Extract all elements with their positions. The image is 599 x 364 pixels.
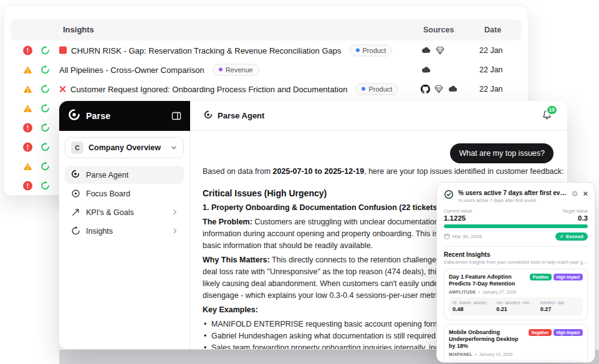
refresh-icon bbox=[41, 181, 50, 190]
refresh-icon bbox=[41, 84, 50, 93]
screen: Insights Sources Date !CHURN RISK - Gap:… bbox=[0, 0, 599, 364]
chevron-down-icon bbox=[170, 144, 178, 151]
insight-source: AMPLITUDE•January 27, 2026 bbox=[449, 290, 583, 294]
notifications-button[interactable]: 10 bbox=[542, 109, 552, 123]
sidebar-nav: Parse AgentFocus BoardKPI's & GoalsInsig… bbox=[65, 166, 184, 240]
metric: d1_feature_adopters_retention0.48 bbox=[453, 300, 491, 312]
sentiment-badge: Positive bbox=[530, 274, 552, 280]
company-name: Company Overview bbox=[89, 143, 161, 152]
goal-check-icon bbox=[444, 189, 454, 202]
sidebar-header: Parse bbox=[59, 101, 190, 131]
salesforce-icon bbox=[448, 85, 458, 93]
parse-agent-icon bbox=[71, 170, 80, 181]
page-title: Parse Agent bbox=[218, 111, 264, 120]
github-icon bbox=[421, 84, 430, 93]
insight-row[interactable]: All Pipelines - Cross-Owner ComparisonRe… bbox=[4, 60, 528, 79]
kpi-stats: Current Value 1.1225 Target Value 0.3 bbox=[444, 208, 588, 222]
sidebar-item-insights[interactable]: Insights bbox=[65, 222, 184, 240]
refresh-icon bbox=[41, 161, 50, 171]
kpi-detail-card: % users active 7 days after first event … bbox=[436, 182, 595, 363]
metric: non_adopters_retention0.21 bbox=[496, 300, 535, 312]
sidebar-item-label: Parse Agent bbox=[86, 171, 128, 180]
refresh-icon bbox=[41, 103, 50, 113]
impact-badge: High Impact bbox=[553, 274, 583, 280]
target-value-label: Target Value bbox=[562, 208, 588, 214]
current-value-label: Current Value bbox=[444, 208, 472, 214]
insight-metrics: d1_feature_adopters_retention0.48non_ado… bbox=[449, 297, 583, 315]
parse-logo-icon bbox=[68, 108, 80, 123]
gear-icon[interactable]: ⚙ bbox=[572, 190, 578, 198]
alert-error-icon: ! bbox=[23, 142, 32, 151]
kpi-target-date: Mar 30, 2026 bbox=[444, 233, 482, 241]
kpi-insight-list: Day 1 Feature Adoption Predicts 7-Day Re… bbox=[444, 269, 588, 363]
column-header-sources: Sources bbox=[423, 26, 454, 34]
status-badge: ✓ Exceed bbox=[555, 232, 588, 241]
insight-date: 22 Jan bbox=[479, 85, 503, 93]
focus-board-icon bbox=[71, 189, 80, 198]
insight-date: 22 Jan bbox=[479, 46, 503, 55]
sidebar-item-focus-board[interactable]: Focus Board bbox=[65, 184, 184, 203]
insight-date: 22 Jan bbox=[479, 65, 503, 74]
calendar-icon bbox=[444, 233, 450, 241]
source-icons bbox=[421, 66, 431, 74]
category-tag: Product bbox=[355, 83, 398, 95]
kpi-subtitle: % users active 7 days after first event bbox=[458, 198, 567, 203]
alert-error-icon: ! bbox=[23, 181, 32, 190]
category-tag: Product bbox=[350, 44, 393, 56]
insight-card[interactable]: Day 1 Feature Adoption Predicts 7-Day Re… bbox=[444, 269, 588, 320]
sidebar-item-label: Focus Board bbox=[86, 189, 130, 198]
insight-title: Customer Request Ignored: Onboarding Pro… bbox=[59, 83, 398, 95]
refresh-icon bbox=[41, 142, 50, 151]
sidebar-item-kpi-s-goals[interactable]: KPI's & Goals bbox=[65, 203, 184, 221]
column-header-insights: Insights bbox=[63, 25, 94, 34]
kpi-goals-icon bbox=[71, 208, 80, 217]
sidebar-collapse-icon[interactable] bbox=[171, 111, 181, 121]
sidebar-item-parse-agent[interactable]: Parse Agent bbox=[65, 166, 184, 184]
sidebar-item-label: Insights bbox=[86, 227, 113, 236]
insight-source: MIXPANEL•January 24, 2026 bbox=[449, 352, 583, 357]
red-square-icon bbox=[59, 47, 67, 54]
insight-row[interactable]: !CHURN RISK - Gap: Reservation Tracking … bbox=[4, 41, 528, 60]
insight-metrics: mobile_d7_retention0.24desktop_d7_retent… bbox=[449, 360, 583, 363]
company-avatar: C bbox=[71, 141, 84, 154]
notification-badge: 10 bbox=[546, 105, 558, 115]
kpi-date-text: Mar 30, 2026 bbox=[453, 234, 482, 239]
brand-name: Parse bbox=[86, 111, 110, 121]
kpi-header: % users active 7 days after first event … bbox=[444, 189, 588, 203]
kpi-progress-bar bbox=[444, 224, 588, 228]
sidebar-item-label: KPI's & Goals bbox=[86, 208, 134, 217]
refresh-icon bbox=[41, 123, 50, 132]
agent-text-block: Based on data from 2025-07-10 to 2025-12… bbox=[203, 166, 564, 178]
refresh-icon bbox=[41, 46, 50, 55]
tag-dot bbox=[219, 68, 223, 72]
parse-agent-icon bbox=[204, 110, 213, 122]
kpi-title: % users active 7 days after first event bbox=[458, 189, 567, 196]
metric: retention_gap0.27 bbox=[540, 300, 579, 312]
insight-card-title: Day 1 Feature Adoption Predicts 7-Day Re… bbox=[449, 274, 526, 287]
insight-title: CHURN RISK - Gap: Reservation Tracking &… bbox=[59, 44, 392, 56]
salesforce-icon bbox=[421, 47, 431, 54]
gem-icon bbox=[436, 46, 444, 54]
salesforce-icon bbox=[421, 66, 431, 74]
check-icon: ✓ bbox=[560, 234, 564, 239]
insight-row[interactable]: Customer Request Ignored: Onboarding Pro… bbox=[4, 79, 528, 98]
agent-text-line: Based on data from 2025-07-10 to 2025-12… bbox=[203, 166, 564, 178]
insight-card[interactable]: Mobile Onboarding Underperforming Deskto… bbox=[444, 324, 588, 363]
alert-error-icon: ! bbox=[23, 123, 32, 132]
app-header: Parse Agent 10 bbox=[190, 101, 567, 131]
source-icons bbox=[421, 46, 444, 54]
user-message-bubble: What are my top issues? bbox=[450, 143, 553, 163]
alert-warning-icon bbox=[23, 162, 32, 170]
current-value: 1.1225 bbox=[444, 214, 472, 222]
alert-error-icon: ! bbox=[23, 46, 32, 55]
company-selector[interactable]: C Company Overview bbox=[65, 137, 184, 158]
recent-insights-title: Recent Insights bbox=[444, 251, 588, 258]
kpi-meta: Mar 30, 2026 ✓ Exceed bbox=[444, 232, 588, 241]
column-header-date: Date bbox=[484, 26, 501, 34]
insight-card-title: Mobile Onboarding Underperforming Deskto… bbox=[449, 329, 525, 350]
close-icon[interactable]: × bbox=[583, 189, 588, 198]
kpi-progress-fill bbox=[444, 224, 588, 228]
refresh-icon bbox=[41, 65, 50, 74]
chevron-right-icon bbox=[171, 228, 178, 234]
source-icons bbox=[421, 84, 458, 93]
